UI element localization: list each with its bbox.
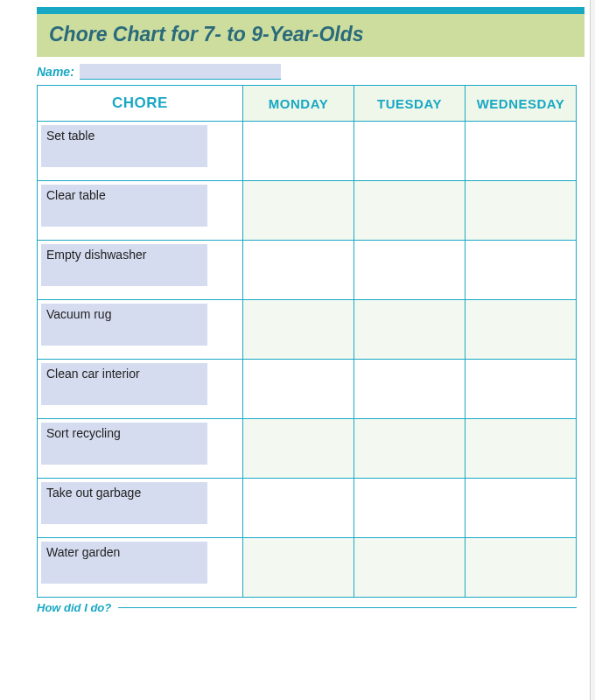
check-cell[interactable]: [354, 181, 466, 241]
check-cell[interactable]: [466, 241, 577, 300]
title-band: Chore Chart for 7- to 9-Year-Olds: [37, 14, 584, 57]
check-cell[interactable]: [354, 360, 466, 419]
table-row: Vacuum rug: [38, 300, 577, 360]
check-cell[interactable]: [354, 479, 466, 538]
check-cell[interactable]: [243, 538, 354, 598]
check-cell[interactable]: [243, 419, 354, 479]
check-cell[interactable]: [466, 538, 577, 598]
check-cell[interactable]: [243, 360, 354, 419]
header-day-monday: MONDAY: [243, 86, 354, 122]
chore-table: CHORE MONDAY TUESDAY WEDNESDAY Set table…: [37, 85, 577, 598]
table-row: Water garden: [38, 538, 577, 598]
check-cell[interactable]: [243, 241, 354, 300]
chore-cell: Clear table: [38, 181, 243, 241]
check-cell[interactable]: [466, 360, 577, 419]
check-cell[interactable]: [466, 479, 577, 538]
check-cell[interactable]: [243, 300, 354, 360]
check-cell[interactable]: [354, 538, 466, 598]
chore-cell: Vacuum rug: [38, 300, 243, 360]
table-body: Set table Clear table Empty dishwasher V…: [38, 122, 577, 598]
chore-name: Vacuum rug: [41, 304, 207, 346]
header-day-wednesday: WEDNESDAY: [466, 86, 577, 122]
table-row: Sort recycling: [38, 419, 577, 479]
page-right-edge: [590, 0, 595, 700]
table-row: Empty dishwasher: [38, 241, 577, 300]
check-cell[interactable]: [466, 122, 577, 181]
footer-label: How did I do?: [37, 601, 111, 614]
chore-cell: Take out garbage: [38, 479, 243, 538]
footer-row: How did I do?: [37, 601, 577, 614]
chore-name: Clear table: [41, 185, 207, 227]
name-row: Name:: [37, 64, 584, 80]
chore-cell: Empty dishwasher: [38, 241, 243, 300]
check-cell[interactable]: [243, 181, 354, 241]
check-cell[interactable]: [354, 300, 466, 360]
check-cell[interactable]: [243, 122, 354, 181]
page-title: Chore Chart for 7- to 9-Year-Olds: [49, 23, 364, 46]
table-header-row: CHORE MONDAY TUESDAY WEDNESDAY: [38, 86, 577, 122]
check-cell[interactable]: [466, 419, 577, 479]
chore-cell: Set table: [38, 122, 243, 181]
check-cell[interactable]: [354, 419, 466, 479]
chore-cell: Sort recycling: [38, 419, 243, 479]
name-label: Name:: [37, 65, 74, 79]
header-day-tuesday: TUESDAY: [354, 86, 466, 122]
chore-name: Sort recycling: [41, 423, 207, 465]
header-chore: CHORE: [38, 86, 243, 122]
check-cell[interactable]: [354, 122, 466, 181]
chore-name: Take out garbage: [41, 482, 207, 524]
table-row: Take out garbage: [38, 479, 577, 538]
chore-name: Set table: [41, 125, 207, 167]
page: Chore Chart for 7- to 9-Year-Olds Name: …: [0, 0, 595, 700]
chore-cell: Clean car interior: [38, 360, 243, 419]
check-cell[interactable]: [466, 300, 577, 360]
check-cell[interactable]: [466, 181, 577, 241]
footer-rule: [118, 607, 577, 608]
chore-name: Empty dishwasher: [41, 244, 207, 286]
chore-name: Clean car interior: [41, 363, 207, 405]
table-row: Clean car interior: [38, 360, 577, 419]
check-cell[interactable]: [354, 241, 466, 300]
check-cell[interactable]: [243, 479, 354, 538]
chore-name: Water garden: [41, 542, 207, 584]
table-row: Set table: [38, 122, 577, 181]
table-row: Clear table: [38, 181, 577, 241]
accent-bar: [37, 7, 584, 14]
chore-cell: Water garden: [38, 538, 243, 598]
name-input-blank[interactable]: [80, 64, 281, 80]
